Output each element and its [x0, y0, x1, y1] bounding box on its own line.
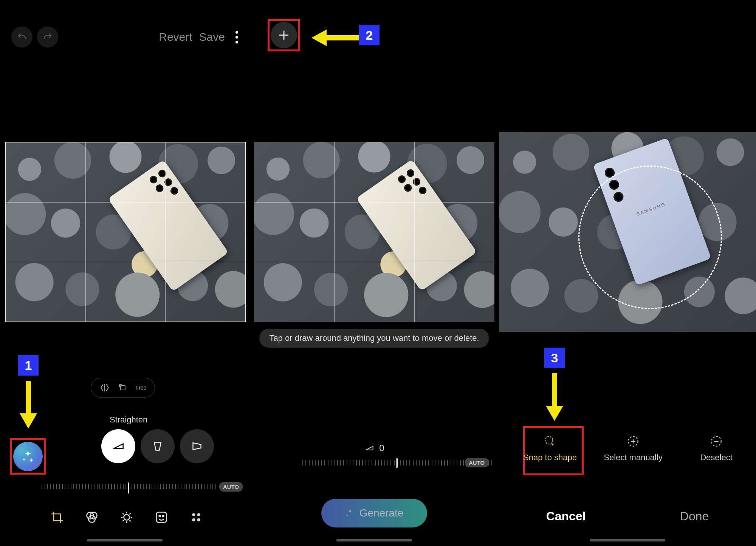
select-manually-label: Select manually: [604, 453, 662, 462]
snap-to-shape-button[interactable]: Snap to shape: [518, 435, 582, 462]
deselect-icon: [710, 435, 723, 448]
rotate-button[interactable]: [114, 381, 132, 394]
redo-button[interactable]: [37, 26, 58, 48]
deselect-label: Deselect: [700, 453, 733, 462]
perspective-tool-row: [101, 429, 214, 463]
editor-tab-bar: [49, 509, 204, 525]
svg-point-11: [197, 518, 200, 521]
done-button[interactable]: Done: [680, 509, 709, 523]
svg-point-7: [163, 515, 164, 517]
svg-rect-0: [121, 385, 125, 390]
svg-point-8: [192, 513, 195, 516]
tab-more-icon[interactable]: [188, 509, 204, 525]
aspect-free-button[interactable]: Free: [132, 381, 150, 394]
svg-point-6: [159, 515, 161, 517]
svg-point-4: [124, 515, 130, 520]
top-toolbar: Revert Save: [0, 22, 249, 52]
straighten-icon: [364, 443, 375, 453]
more-options-button[interactable]: [235, 31, 238, 43]
straighten-slider[interactable]: [302, 457, 491, 469]
perspective-horizontal-button[interactable]: [141, 429, 175, 463]
perspective-vertical-button[interactable]: [180, 429, 214, 463]
tab-adjust-icon[interactable]: [119, 509, 135, 525]
straighten-tool-button[interactable]: [101, 429, 135, 463]
generative-edit-button[interactable]: [13, 442, 43, 471]
flip-horizontal-button[interactable]: [96, 381, 114, 394]
auto-straighten-button[interactable]: AUTO: [219, 482, 243, 492]
annotation-highlight-1: [10, 438, 46, 475]
hint-banner: Tap or draw around anything you want to …: [259, 329, 489, 348]
svg-marker-20: [546, 406, 563, 421]
panel-editor-crop: Revert Save Free Straighten: [0, 0, 249, 546]
selection-marquee[interactable]: [578, 166, 722, 309]
svg-rect-5: [156, 512, 167, 523]
straighten-value-row: 0: [364, 443, 384, 453]
svg-marker-18: [311, 29, 327, 46]
gesture-nav-bar: [590, 539, 665, 541]
panel-selection-mode: SAMSUNG Snap to shape Select manually De…: [499, 0, 756, 546]
generate-label: Generate: [359, 507, 404, 519]
panel-generative-edit: Tap or draw around anything you want to …: [249, 0, 499, 546]
annotation-highlight-2: [268, 19, 300, 51]
save-button[interactable]: Save: [199, 31, 225, 43]
selection-mode-row: Snap to shape Select manually Deselect: [518, 435, 748, 462]
tab-crop-icon[interactable]: [49, 509, 65, 525]
svg-marker-16: [20, 413, 37, 428]
aspect-ratio-pill-group: Free: [91, 378, 155, 398]
undo-button[interactable]: [11, 26, 33, 48]
select-manually-button[interactable]: Select manually: [601, 435, 665, 462]
annotation-arrow-2: [310, 27, 359, 48]
tab-stickers-icon[interactable]: [153, 509, 169, 525]
annotation-step-2: 2: [359, 25, 380, 45]
svg-point-9: [197, 513, 200, 516]
annotation-step-1: 1: [18, 355, 39, 376]
cancel-done-row: Cancel Done: [499, 509, 756, 523]
tool-label-straighten: Straighten: [110, 415, 147, 425]
crop-canvas[interactable]: [5, 142, 246, 322]
svg-point-12: [545, 436, 553, 444]
generative-canvas[interactable]: [254, 142, 494, 322]
snap-to-shape-icon: [543, 435, 557, 448]
annotation-arrow-3: [542, 373, 567, 422]
select-manually-icon: [626, 435, 640, 448]
generative-edit-button-wrap: [10, 438, 46, 475]
svg-point-10: [192, 518, 195, 521]
gesture-nav-bar: [87, 539, 163, 541]
revert-button[interactable]: Revert: [159, 31, 192, 43]
add-object-button[interactable]: [271, 22, 297, 48]
selection-canvas[interactable]: SAMSUNG: [499, 132, 756, 332]
cancel-button[interactable]: Cancel: [546, 509, 586, 523]
straighten-slider[interactable]: [42, 481, 215, 496]
gesture-nav-bar: [336, 539, 412, 541]
snap-to-shape-label: Snap to shape: [523, 453, 577, 462]
annotation-step-3: 3: [544, 348, 565, 368]
straighten-value: 0: [379, 443, 384, 453]
tab-filters-icon[interactable]: [84, 509, 100, 525]
annotation-arrow-1: [16, 381, 41, 430]
generate-button[interactable]: Generate: [321, 499, 427, 527]
auto-straighten-button[interactable]: AUTO: [465, 458, 488, 467]
deselect-button[interactable]: Deselect: [684, 435, 748, 462]
